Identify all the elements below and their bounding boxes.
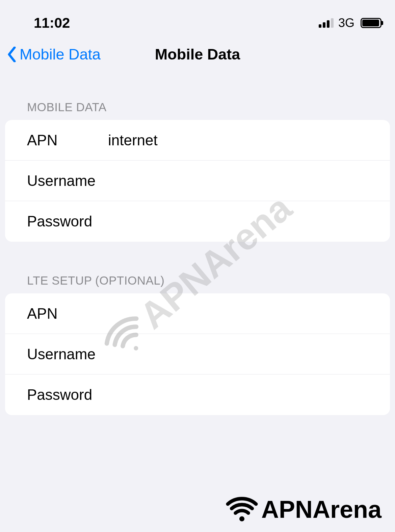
section-header-mobile-data: Mobile Data: [5, 100, 390, 120]
input-lte-apn[interactable]: [108, 305, 368, 322]
page-title: Mobile Data: [155, 46, 240, 63]
network-type: 3G: [338, 16, 354, 30]
label-username: Username: [27, 172, 108, 189]
row-lte-apn[interactable]: APN: [5, 293, 390, 334]
svg-point-0: [239, 516, 244, 521]
row-mobile-data-password[interactable]: Password: [5, 201, 390, 242]
label-apn: APN: [27, 132, 108, 149]
row-mobile-data-apn[interactable]: APN: [5, 120, 390, 161]
input-mobile-data-apn[interactable]: [108, 132, 368, 149]
back-label: Mobile Data: [20, 46, 101, 63]
content: Mobile Data APN Username Password LTE Se…: [0, 70, 395, 415]
row-mobile-data-username[interactable]: Username: [5, 161, 390, 201]
chevron-left-icon: [7, 47, 17, 62]
input-lte-password[interactable]: [108, 386, 368, 403]
signal-bars-icon: [319, 18, 334, 28]
back-button[interactable]: Mobile Data: [7, 46, 101, 63]
status-time: 11:02: [34, 15, 70, 31]
input-lte-username[interactable]: [108, 346, 368, 363]
input-mobile-data-password[interactable]: [108, 213, 368, 230]
wifi-icon: [226, 493, 258, 525]
label-lte-username: Username: [27, 346, 108, 363]
status-right: 3G: [319, 16, 381, 30]
section-group-mobile-data: APN Username Password: [5, 120, 390, 242]
status-bar: 11:02 3G: [0, 0, 395, 34]
label-lte-apn: APN: [27, 305, 108, 322]
brand-footer: APNArena: [226, 493, 381, 525]
input-mobile-data-username[interactable]: [108, 172, 368, 189]
battery-icon: [361, 18, 381, 28]
row-lte-username[interactable]: Username: [5, 334, 390, 374]
section-group-lte-setup: APN Username Password: [5, 293, 390, 415]
brand-text: APNArena: [261, 495, 381, 523]
label-lte-password: Password: [27, 386, 108, 403]
nav-bar: Mobile Data Mobile Data: [0, 34, 395, 70]
label-password: Password: [27, 213, 108, 230]
row-lte-password[interactable]: Password: [5, 374, 390, 415]
section-header-lte-setup: LTE Setup (Optional): [5, 274, 390, 293]
